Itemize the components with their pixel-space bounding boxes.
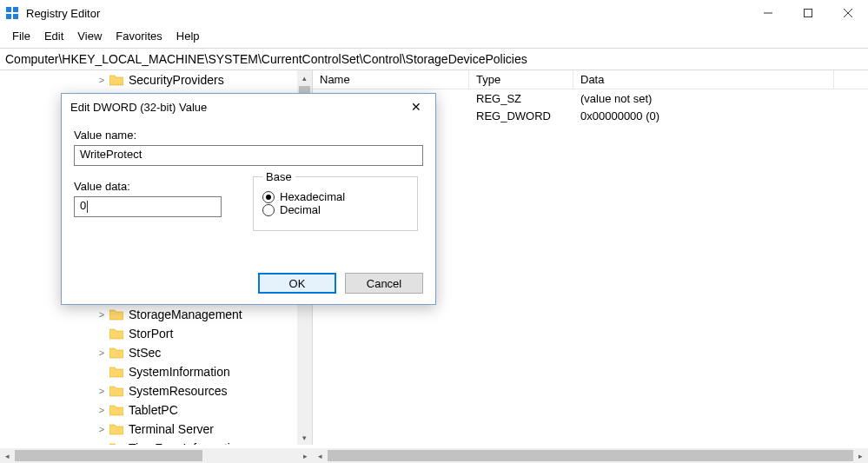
svg-rect-0 <box>6 7 11 12</box>
tree-item[interactable]: SystemInformation <box>0 362 312 381</box>
maximize-button[interactable] <box>788 0 828 26</box>
folder-icon <box>109 442 123 445</box>
minimize-button[interactable] <box>748 0 788 26</box>
list-header: Name Type Data <box>313 70 868 89</box>
base-legend: Base <box>262 170 295 183</box>
tree-item-label: SecurityProviders <box>129 73 224 87</box>
tree-item[interactable]: >StSec <box>0 343 312 362</box>
list-horizontal-scrollbar[interactable]: ◂ ▸ <box>313 448 868 463</box>
tree-item-label: TabletPC <box>129 403 178 417</box>
folder-icon <box>109 74 123 86</box>
tree-item-label: SystemInformation <box>129 365 230 379</box>
folder-icon <box>109 404 123 416</box>
tree-item-label: SystemResources <box>129 384 228 398</box>
scroll-left-icon[interactable]: ◂ <box>313 448 328 463</box>
cell-type: REG_DWORD <box>469 109 573 122</box>
svg-rect-1 <box>13 7 18 12</box>
svg-rect-5 <box>805 10 812 17</box>
dialog-title: Edit DWORD (32-bit) Value <box>70 101 406 114</box>
menu-edit[interactable]: Edit <box>37 28 70 44</box>
menu-help[interactable]: Help <box>169 28 207 44</box>
regedit-icon <box>5 6 19 20</box>
address-text: Computer\HKEY_LOCAL_MACHINE\SYSTEM\Curre… <box>5 52 527 66</box>
radio-hexadecimal[interactable]: Hexadecimal <box>262 190 408 203</box>
expand-icon[interactable]: > <box>96 405 108 415</box>
cell-type: REG_SZ <box>469 92 573 105</box>
tree-item-label: StorageManagement <box>129 308 242 321</box>
base-fieldset: Base Hexadecimal Decimal <box>253 176 418 231</box>
tree-item[interactable]: TimeZoneInformation <box>0 439 312 445</box>
tree-item-label: TimeZoneInformation <box>129 441 244 445</box>
folder-icon <box>109 423 123 435</box>
tree-item[interactable]: >SecurityProviders <box>0 70 312 89</box>
col-header-name[interactable]: Name <box>313 70 469 89</box>
folder-icon <box>109 347 123 359</box>
radio-decimal[interactable]: Decimal <box>262 203 408 216</box>
folder-icon <box>109 308 123 321</box>
dialog-close-icon[interactable]: ✕ <box>406 100 427 114</box>
tree-item[interactable]: >Terminal Server <box>0 420 312 439</box>
ok-button[interactable]: OK <box>258 273 336 294</box>
expand-icon[interactable]: > <box>96 386 108 396</box>
tree-item[interactable]: >StorageManagement <box>0 305 312 324</box>
address-bar[interactable]: Computer\HKEY_LOCAL_MACHINE\SYSTEM\Curre… <box>0 49 868 70</box>
menu-favorites[interactable]: Favorites <box>109 28 169 44</box>
text-caret-icon <box>87 201 88 213</box>
tree-item-label: Terminal Server <box>129 422 214 436</box>
folder-icon <box>109 385 123 397</box>
expand-icon[interactable]: > <box>96 347 108 358</box>
radio-icon <box>262 204 275 216</box>
scroll-thumb-h[interactable] <box>15 450 202 461</box>
value-name-input[interactable]: WriteProtect <box>74 145 423 166</box>
scroll-up-icon[interactable]: ▴ <box>297 70 312 85</box>
folder-icon <box>109 327 123 340</box>
dialog-title-bar[interactable]: Edit DWORD (32-bit) Value ✕ <box>62 94 435 120</box>
edit-dword-dialog: Edit DWORD (32-bit) Value ✕ Value name: … <box>61 93 436 305</box>
scroll-left-icon[interactable]: ◂ <box>0 448 15 463</box>
menu-view[interactable]: View <box>70 28 109 44</box>
value-data-input[interactable]: 0 <box>74 196 222 217</box>
value-name-label: Value name: <box>74 129 423 142</box>
value-data-label: Value data: <box>74 180 239 193</box>
cell-data: (value not set) <box>573 92 834 105</box>
tree-item-label: StSec <box>129 346 161 360</box>
radio-icon <box>262 191 275 203</box>
col-header-type[interactable]: Type <box>469 70 573 89</box>
expand-icon[interactable]: > <box>96 309 108 320</box>
cell-data: 0x00000000 (0) <box>573 109 834 122</box>
tree-horizontal-scrollbar[interactable]: ◂ ▸ <box>0 448 313 463</box>
expand-icon[interactable]: > <box>96 424 108 434</box>
close-button[interactable] <box>828 0 868 26</box>
menu-file[interactable]: File <box>5 28 37 44</box>
tree-item[interactable]: >TabletPC <box>0 400 312 420</box>
scroll-right-icon[interactable]: ▸ <box>853 448 868 463</box>
tree-item[interactable]: StorPort <box>0 324 312 343</box>
svg-rect-2 <box>6 14 11 19</box>
scroll-thumb-h[interactable] <box>328 450 853 461</box>
window-title: Registry Editor <box>26 7 748 20</box>
scroll-down-icon[interactable]: ▾ <box>297 430 312 445</box>
scroll-right-icon[interactable]: ▸ <box>298 448 313 463</box>
menu-bar: File Edit View Favorites Help <box>0 26 868 49</box>
title-bar: Registry Editor <box>0 0 868 26</box>
tree-item-label: StorPort <box>129 327 173 341</box>
folder-icon <box>109 366 123 378</box>
col-header-data[interactable]: Data <box>573 70 834 89</box>
expand-icon[interactable]: > <box>96 75 108 85</box>
cancel-button[interactable]: Cancel <box>345 273 423 294</box>
svg-rect-3 <box>13 14 18 19</box>
tree-item[interactable]: >SystemResources <box>0 381 312 400</box>
